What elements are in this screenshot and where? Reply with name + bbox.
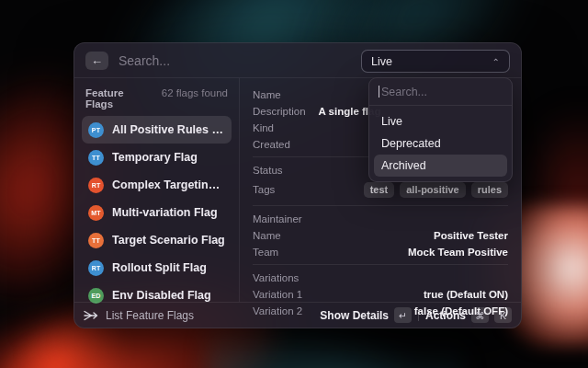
search-input[interactable]: Search...	[119, 53, 170, 68]
list-item[interactable]: RTComplex Targeting Flag	[82, 171, 232, 199]
divider	[253, 264, 508, 265]
detail-label: Name	[253, 230, 281, 241]
tag-pill: rules	[471, 182, 508, 198]
divider	[253, 205, 508, 206]
footer-actions: Show Details ↵ Actions ⌘ K	[320, 307, 512, 323]
tag-pill: all-positive	[400, 182, 465, 198]
detail-value: Mock Team Positive	[408, 247, 508, 258]
dropdown-options: LiveDeprecatedArchived	[369, 106, 512, 181]
k-key-icon: K	[494, 307, 512, 323]
detail-row: NamePositive Tester	[253, 227, 508, 243]
actions-label: Actions	[425, 309, 466, 322]
list-item[interactable]: TTTemporary Flag	[82, 144, 232, 171]
status-filter-value: Live	[371, 55, 392, 68]
detail-label: Status	[253, 165, 283, 176]
footer: List Feature Flags Show Details ↵ Action…	[74, 302, 521, 328]
cmd-key-icon: ⌘	[471, 307, 489, 323]
show-details-button[interactable]: Show Details ↵	[320, 307, 412, 323]
flag-label: Env Disabled Flag	[112, 289, 211, 302]
flag-label: All Positive Rules Flag	[112, 123, 225, 136]
section-count: 62 flags found	[162, 87, 228, 98]
dropdown-search-placeholder: Search...	[381, 86, 427, 98]
flag-label: Complex Targeting Flag	[112, 178, 225, 191]
flag-label: Rollout Split Flag	[112, 261, 207, 274]
list-section-header: Feature Flags 62 flags found	[82, 84, 232, 116]
show-details-label: Show Details	[320, 309, 389, 322]
flag-initials-icon: RT	[88, 260, 104, 276]
footer-separator	[418, 310, 419, 321]
flag-list-panel: Feature Flags 62 flags found PTAll Posit…	[74, 78, 240, 302]
detail-label: Team	[253, 247, 278, 258]
detail-row: Variation 1true (Default ON)	[253, 286, 508, 302]
detail-label: Name	[253, 89, 281, 100]
dropdown-search-input[interactable]: Search...	[369, 78, 512, 106]
detail-label: Kind	[253, 122, 274, 133]
detail-label: Created	[253, 139, 290, 150]
detail-value: true (Default ON)	[424, 289, 508, 300]
detail-value: Positive Tester	[434, 230, 508, 241]
status-dropdown-panel: Search... LiveDeprecatedArchived	[368, 77, 513, 182]
list-item[interactable]: MTMulti-variation Flag	[82, 199, 232, 226]
list-item[interactable]: PTAll Positive Rules Flag	[82, 116, 232, 144]
flag-initials-icon: ED	[88, 288, 104, 304]
background-art-red	[519, 106, 588, 281]
flag-label: Target Scenario Flag	[112, 234, 225, 247]
detail-label: Tags	[253, 184, 275, 195]
text-cursor	[379, 86, 379, 98]
tag-pill: test	[364, 182, 395, 198]
detail-row: TeamMock Team Positive	[253, 244, 508, 259]
flag-initials-icon: PT	[88, 122, 104, 138]
flag-initials-icon: TT	[88, 233, 104, 248]
dropdown-option[interactable]: Deprecated	[374, 132, 507, 155]
flag-initials-icon: RT	[88, 178, 104, 193]
back-button[interactable]: ←	[85, 52, 108, 70]
tag-list: testall-positiverules	[364, 182, 508, 198]
detail-row: Variations	[253, 270, 508, 285]
chevron-up-icon: ⌃	[492, 58, 500, 67]
flag-initials-icon: TT	[88, 150, 104, 166]
return-key-icon: ↵	[394, 307, 412, 323]
list-item[interactable]: RTRollout Split Flag	[82, 254, 232, 282]
back-arrow-icon: ←	[91, 53, 103, 67]
command-label: List Feature Flags	[106, 309, 194, 322]
dropdown-option[interactable]: Live	[374, 110, 507, 132]
header: ← Search... Live ⌃	[74, 43, 521, 78]
command-arrow-icon	[84, 310, 98, 321]
flag-list: PTAll Positive Rules FlagTTTemporary Fla…	[82, 116, 232, 309]
detail-row: Maintainer	[253, 211, 508, 226]
detail-label: Variation 1	[253, 289, 302, 300]
flag-initials-icon: MT	[88, 205, 104, 221]
launcher-window: ← Search... Live ⌃ Feature Flags 62 flag…	[74, 42, 522, 328]
detail-label: Maintainer	[253, 213, 302, 224]
dropdown-option[interactable]: Archived	[374, 155, 507, 177]
flag-label: Multi-variation Flag	[112, 206, 218, 219]
section-title: Feature Flags	[85, 87, 154, 109]
actions-button[interactable]: Actions ⌘ K	[425, 307, 512, 323]
detail-label: Description	[253, 106, 306, 117]
list-item[interactable]: TTTarget Scenario Flag	[82, 226, 232, 254]
detail-label: Variations	[253, 272, 299, 283]
status-filter-select[interactable]: Live ⌃	[361, 50, 510, 73]
flag-label: Temporary Flag	[112, 151, 198, 164]
